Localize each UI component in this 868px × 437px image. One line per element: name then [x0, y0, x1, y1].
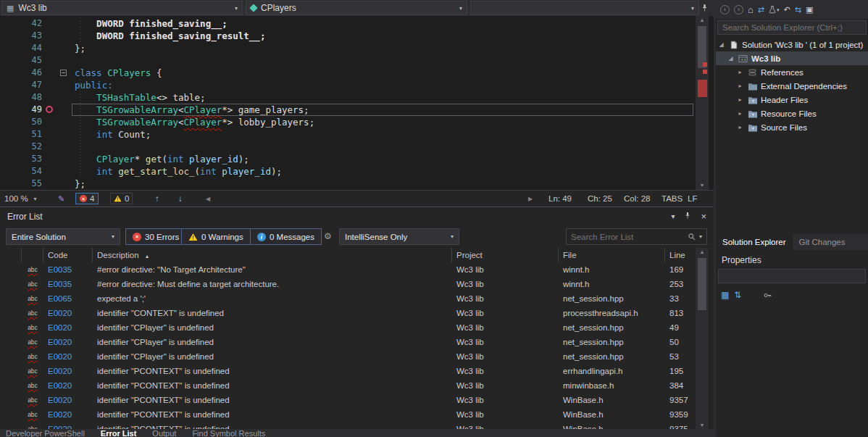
errors-filter-button[interactable]: × 30 Errors — [125, 228, 186, 245]
fold-margin[interactable] — [58, 17, 71, 30]
error-list-search-box[interactable]: ▾ — [566, 228, 707, 245]
code-line[interactable]: 49 TSGrowableArray<CPlayer*> game_player… — [0, 104, 694, 116]
error-code-link[interactable]: E0020 — [43, 306, 93, 320]
error-row[interactable]: abcE0020identifier "CONTEXT" is undefine… — [0, 306, 694, 320]
code-editor[interactable]: 42 DWORD finished_saving__;43 DWORD fini… — [0, 16, 714, 190]
close-icon[interactable]: × — [701, 212, 706, 222]
glyph-margin[interactable] — [42, 30, 58, 42]
error-code-link[interactable]: E0020 — [43, 320, 93, 335]
error-code-link[interactable]: E0020 — [43, 364, 93, 378]
tree-item-references[interactable]: ▸References — [716, 65, 868, 79]
previous-issue-icon[interactable]: ↑ — [155, 191, 159, 207]
error-row[interactable]: abcE0020identifier "PCONTEXT" is undefin… — [0, 378, 694, 393]
glyph-margin[interactable] — [42, 91, 58, 104]
fold-margin[interactable] — [58, 30, 71, 42]
glyph-margin[interactable] — [42, 128, 58, 141]
code-line[interactable]: 42 DWORD finished_saving__; — [0, 17, 694, 30]
fold-margin[interactable] — [58, 153, 71, 165]
preview-icon[interactable]: ▣ — [806, 6, 813, 14]
error-row[interactable]: abcE0035#error directive: Must define a … — [0, 277, 694, 291]
tree-item-external-dependencies[interactable]: ▸External Dependencies — [716, 79, 868, 93]
error-list-scrollbar[interactable]: ▲ ▼ — [696, 248, 709, 430]
error-code-link[interactable]: E0020 — [43, 349, 93, 364]
code-line[interactable]: 48 TSHashTable<> table; — [0, 91, 694, 104]
messages-filter-button[interactable]: i 0 Messages — [250, 228, 322, 245]
error-code-link[interactable]: E0020 — [43, 393, 93, 407]
nav-type-dropdown[interactable]: CPlayers ▾ — [246, 1, 467, 15]
fold-margin[interactable] — [58, 91, 71, 104]
document-warnings-indicator[interactable]: 0 — [110, 193, 133, 204]
code-line[interactable]: 46−class CPlayers { — [0, 67, 694, 79]
error-code-link[interactable]: E0065 — [43, 291, 93, 306]
switch-views-icon[interactable]: ▾ — [769, 5, 780, 14]
bottom-tab-developer-powershell[interactable]: Developer PowerShell — [6, 429, 85, 437]
column-description[interactable]: Description▲ — [93, 248, 452, 262]
pin-icon[interactable] — [701, 3, 709, 14]
glyph-margin[interactable] — [42, 54, 58, 67]
tree-item-header-files[interactable]: ▸Header Files — [716, 93, 868, 107]
bottom-tab-output[interactable]: Output — [152, 429, 176, 437]
status-line-ending[interactable]: LF — [688, 191, 697, 207]
pin-icon[interactable] — [684, 211, 691, 222]
glyph-margin[interactable] — [42, 79, 58, 91]
fold-margin[interactable]: − — [58, 67, 71, 79]
fold-margin[interactable] — [58, 178, 71, 190]
search-icon[interactable] — [688, 233, 696, 241]
hscroll-right-icon[interactable]: ▶ — [528, 191, 533, 207]
error-list-search-input[interactable] — [571, 233, 684, 241]
window-position-icon[interactable]: ▾ — [671, 212, 675, 222]
home-icon[interactable]: ⌂ — [748, 5, 754, 14]
column-code[interactable]: Code — [43, 248, 93, 262]
error-code-link[interactable]: E0035 — [43, 277, 93, 291]
tree-item-source-files[interactable]: ▸Source Files — [716, 120, 868, 134]
glyph-margin[interactable] — [42, 67, 58, 79]
error-row[interactable]: abcE0020identifier "PCONTEXT" is undefin… — [0, 364, 694, 378]
glyph-margin[interactable] — [42, 141, 58, 153]
scroll-down-icon[interactable]: ▼ — [696, 181, 709, 190]
chevron-collapsed-icon[interactable]: ▸ — [736, 110, 744, 117]
code-line[interactable]: 51 int Count; — [0, 128, 694, 141]
error-code-link[interactable]: E0020 — [43, 378, 93, 393]
bottom-tab-find-symbol-results[interactable]: Find Symbol Results — [192, 429, 265, 437]
fold-margin[interactable] — [58, 54, 71, 67]
feedback-icon[interactable]: ✎ — [58, 191, 64, 207]
code-line[interactable]: 47public: — [0, 79, 694, 91]
error-code-link[interactable]: E0020 — [43, 407, 93, 422]
glyph-margin[interactable] — [42, 42, 58, 54]
warnings-filter-button[interactable]: 0 Warnings — [181, 228, 251, 245]
glyph-margin[interactable] — [42, 153, 58, 165]
chevron-down-icon[interactable]: ▾ — [699, 233, 702, 240]
fold-margin[interactable] — [58, 128, 71, 141]
scrollbar-thumb[interactable] — [698, 258, 706, 310]
code-line[interactable]: 43 DWORD finished_saving_result__; — [0, 30, 694, 42]
glyph-margin[interactable] — [42, 165, 58, 178]
glyph-margin[interactable] — [42, 116, 58, 128]
nav-project-dropdown[interactable]: ▦ Wc3 lib ▾ — [1, 1, 243, 15]
undo-icon[interactable]: ↶ — [784, 6, 790, 14]
error-row[interactable]: abcE0065expected a ';'Wc3 libnet_session… — [0, 291, 694, 306]
status-indent-mode[interactable]: TABS — [662, 191, 683, 207]
chevron-expanded-icon[interactable]: ◢ — [717, 41, 725, 48]
error-code-link[interactable]: E0020 — [43, 335, 93, 349]
code-line[interactable]: 55}; — [0, 178, 694, 190]
document-errors-indicator[interactable]: × 4 — [75, 193, 99, 204]
code-line[interactable]: 52 — [0, 141, 694, 153]
zoom-dropdown[interactable]: 100 % ▾ — [4, 191, 37, 207]
solution-explorer-search-box[interactable] — [717, 20, 867, 35]
nav-member-dropdown[interactable]: ▾ — [470, 1, 699, 15]
provider-filter-dropdown[interactable]: IntelliSense Only ▾ — [339, 228, 459, 245]
chevron-collapsed-icon[interactable]: ▸ — [736, 124, 744, 130]
chevron-collapsed-icon[interactable]: ▸ — [736, 83, 744, 89]
scroll-up-icon[interactable]: ▲ — [696, 16, 709, 25]
column-file[interactable]: File — [559, 248, 665, 262]
key-icon[interactable] — [763, 291, 772, 300]
tree-item-solution-wc3-lib-1-of-1-project[interactable]: ◢Solution 'Wc3 lib ' (1 of 1 project) — [716, 38, 868, 51]
tree-item-wc3-lib[interactable]: ◢Wc3 lib — [716, 51, 868, 65]
glyph-margin[interactable] — [42, 178, 58, 190]
column-line[interactable]: Line — [665, 248, 694, 262]
properties-object-dropdown[interactable] — [718, 269, 866, 283]
fold-margin[interactable] — [58, 104, 71, 116]
code-line[interactable]: 54 int get_start_loc_(int player_id); — [0, 165, 694, 178]
error-row[interactable]: abcE0020identifier "PCONTEXT" is undefin… — [0, 407, 694, 422]
chevron-collapsed-icon[interactable]: ▸ — [736, 96, 744, 103]
